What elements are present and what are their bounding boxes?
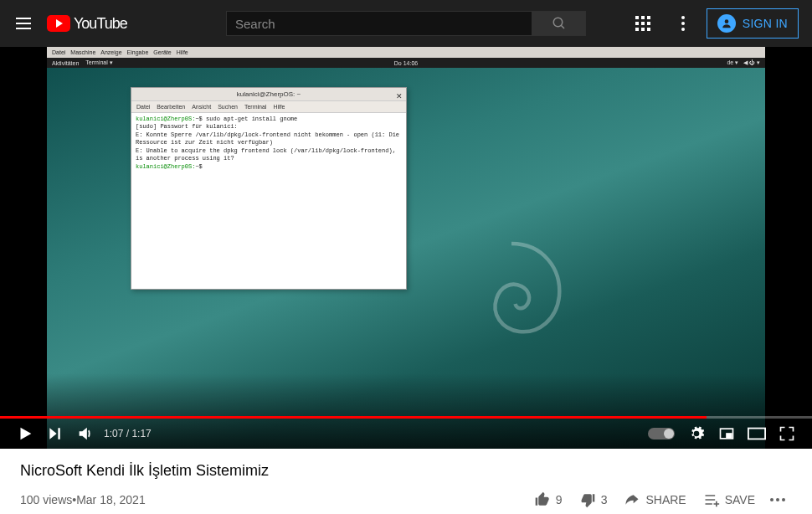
svg-line-1 [561,25,564,28]
term-menu-item: Datei [136,104,150,110]
miniplayer-icon [718,425,735,442]
youtube-logo[interactable]: YouTube [47,15,127,33]
signin-label: SIGN IN [743,17,788,30]
terminal-titlebar: kulanici@ZherpOS: ~ ✕ [131,88,406,101]
thumbs-down-icon [579,491,596,508]
duration: 1:17 [131,428,151,439]
volume-icon [76,424,95,443]
terminal-menubar: Datei Bearbeiten Ansicht Suchen Terminal… [131,101,406,113]
meta-row: 100 views • Mar 18, 2021 9 3 SHARE SAVE [20,485,792,514]
clock: Do 14:06 [394,60,418,66]
term-line: ~$ sudo apt-get install gnome [195,116,297,122]
terminal-window: kulanici@ZherpOS: ~ ✕ Datei Bearbeiten A… [131,87,407,290]
video-metadata: NicroSoft Kendi İlk İşletim Sistemimiz 1… [0,449,812,514]
upload-date: Mar 18, 2021 [76,493,146,506]
vm-menubar: Datei Maschine Anzeige Eingabe Geräte Hi… [47,47,765,58]
action-bar: 9 3 SHARE SAVE [526,485,792,514]
vm-menu-item: Eingabe [127,49,149,55]
miniplayer-button[interactable] [712,419,742,449]
system-icons: ◀ ⏻ ▾ [743,59,760,66]
svg-point-0 [553,18,563,27]
search-bar [226,11,586,36]
search-button[interactable] [532,11,586,36]
gnome-topbar: Aktivitäten Terminal ▾ Do 14:06 de ▾◀ ⏻ … [47,58,765,68]
next-icon [47,425,64,442]
header-left: YouTube [13,13,127,33]
term-line: E: Unable to acquire the dpkg frontend l… [136,147,402,163]
player-controls: 1:07 / 1:17 [0,419,812,449]
svg-point-2 [724,19,728,23]
vm-menu-item: Datei [52,49,65,55]
next-button[interactable] [40,419,70,449]
terminal-title: kulanici@ZherpOS: ~ [237,90,301,98]
video-player: Datei Maschine Anzeige Eingabe Geräte Hi… [0,47,812,449]
avatar-icon [717,14,736,33]
autoplay-toggle[interactable] [648,428,675,439]
search-icon [552,16,567,31]
share-button[interactable]: SHARE [615,485,694,514]
term-menu-item: Ansicht [192,104,211,110]
activities-label: Aktivitäten [52,60,79,66]
terminal-body: kulanici@Zherp0S:~$ sudo apt-get install… [131,113,406,289]
share-icon [624,491,640,508]
vm-menu-item: Geräte [153,49,171,55]
more-actions-button[interactable] [763,498,792,501]
play-button[interactable] [10,419,40,449]
dislike-count: 3 [601,493,608,506]
svg-rect-4 [727,434,732,437]
view-count: 100 views [20,493,72,506]
time-display: 1:07 / 1:17 [104,428,152,439]
youtube-play-icon [47,15,70,32]
vm-menu-item: Anzeige [100,49,121,55]
like-count: 9 [556,493,563,506]
theater-button[interactable] [742,419,772,449]
like-button[interactable]: 9 [526,485,571,514]
hamburger-menu-icon[interactable] [13,13,33,33]
app-header: YouTube SIGN IN [0,0,812,47]
save-label: SAVE [725,493,755,506]
search-input[interactable] [226,11,532,36]
close-icon: ✕ [396,90,403,103]
youtube-logo-text: YouTube [74,15,127,33]
vm-menu-item: Hilfe [177,49,188,55]
term-menu-item: Hilfe [273,104,285,110]
video-title: NicroSoft Kendi İlk İşletim Sistemimiz [20,462,792,480]
term-menu-item: Bearbeiten [157,104,185,110]
settings-button[interactable] [666,7,700,40]
volume-button[interactable] [70,419,100,449]
fullscreen-button[interactable] [772,419,802,449]
term-menu-item: Terminal [244,104,266,110]
gear-icon [688,425,705,442]
apps-button[interactable] [626,7,660,40]
dots-vertical-icon [681,16,685,31]
fullscreen-icon [779,425,795,442]
thumbs-up-icon [534,491,551,508]
settings-button[interactable] [681,419,712,449]
current-time: 1:07 [104,428,123,439]
lang-indicator: de ▾ [727,59,738,66]
theater-icon [748,427,766,440]
debian-swirl-icon [449,231,574,357]
signin-button[interactable]: SIGN IN [707,8,799,39]
term-prompt: kulanici@Zherp0S: [136,163,195,170]
play-icon [16,424,34,443]
term-menu-item: Suchen [218,104,238,110]
term-line: ~$ [195,163,202,170]
svg-rect-5 [748,429,765,439]
term-line: [sudo] Passwort für kulanici: [136,123,402,131]
dislike-button[interactable]: 3 [571,485,616,514]
save-icon [703,491,720,508]
term-prompt: kulanici@Zherp0S: [136,116,195,122]
save-button[interactable]: SAVE [695,485,763,514]
vm-menu-item: Maschine [70,49,95,55]
header-right: SIGN IN [626,7,799,40]
app-indicator: Terminal ▾ [85,59,112,66]
share-label: SHARE [645,493,686,506]
term-line: E: Konnte Sperre /var/lib/dpkg/lock-fron… [136,131,402,147]
apps-grid-icon [635,16,650,31]
